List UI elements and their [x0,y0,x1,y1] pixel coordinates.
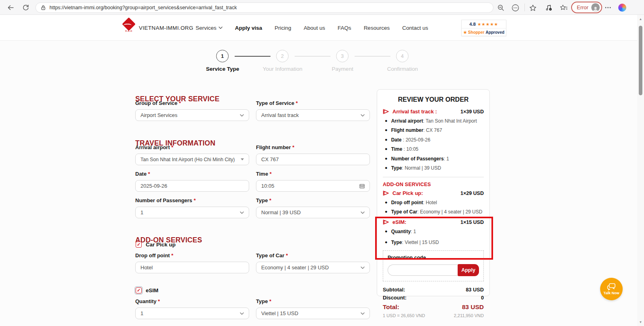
esim-type-select[interactable]: Viettel | 15 USD [256,308,370,319]
group-of-service-select[interactable]: Airport Services [135,109,249,121]
date-input[interactable] [135,180,249,192]
refresh-icon[interactable] [21,3,31,12]
favorites-star-icon[interactable] [528,3,538,12]
rating-badge[interactable]: 4.8 ★★★★★ ★ ShopperApproved [461,20,506,36]
apply-button[interactable]: Apply [458,264,479,276]
nav-item-services[interactable]: Services [196,25,223,31]
esim-checkbox-label: eSIM [146,287,159,293]
flag-icon [383,191,389,196]
more-circle-icon[interactable] [510,3,520,12]
service-type-label: Type * [256,197,370,203]
scroll-thumb[interactable] [639,26,642,95]
media-icon[interactable] [544,3,553,12]
avatar [591,3,600,12]
step-2-circle[interactable]: 2 [276,50,289,62]
copilot-icon[interactable] [617,3,627,12]
total-row: Total:83 USD [383,303,484,311]
step-3-label: Payment [312,66,373,72]
chevron-down-icon [361,312,365,315]
chevron-down-icon [361,267,365,269]
flight-number-label: Flight number * [256,144,370,150]
profile-error-label: Error [577,4,588,10]
talk-now-button[interactable]: Talk Now [600,278,623,300]
time-input[interactable]: 10:05 [256,180,370,192]
lock-icon [41,5,46,10]
zoom-out-icon[interactable] [496,3,506,12]
scrollbar[interactable]: ▲ ▼ [637,15,644,326]
type-of-car-select[interactable]: Economy | 4 seater | 29 USD [256,262,370,273]
time-picker-icon [359,184,365,189]
chevron-down-icon [240,211,244,214]
nav-item-resources[interactable]: Resources [364,25,390,31]
back-icon[interactable] [6,3,15,12]
step-4-circle[interactable]: 4 [396,50,409,62]
address-bar[interactable]: https://vietnam-immi.org/booking?group=a… [35,2,493,13]
arrival-airport-select[interactable]: Tan Son Nhat Int Airport (Ho Chi Minh Ci… [135,154,249,165]
favorites-hub-icon[interactable] [559,3,568,12]
review-title: REVIEW YOUR ORDER [383,96,484,103]
order-totals: Subtotal:83 USD Discount:0 Total:83 USD … [383,287,484,318]
quantity-label: Quantity * [135,298,249,304]
discount-row: Discount:0 [383,295,484,301]
group-of-service-label: Group of Service * [135,100,249,106]
nav-item-faqs[interactable]: FAQs [338,25,351,31]
chevron-down-icon [219,27,223,29]
service-type-select[interactable]: Normal | 39 USD [256,207,370,218]
esim-checkbox[interactable]: ✓ eSIM [136,287,159,293]
passengers-select[interactable]: 1 [135,207,249,218]
nav-item-contact-us[interactable]: Contact us [402,25,428,31]
exchange-rate-row: 1 USD = 26,650 VND2,211,950 VND [383,313,484,318]
arrival-airport-label: Arrival airport * [135,144,249,150]
flag-icon [383,109,389,114]
order-detail: ●Type of Car: Economy | 4 seater | 29 US… [385,209,484,215]
step-connector [355,56,390,57]
flight-number-input[interactable] [256,154,370,165]
divider [383,177,484,177]
order-detail: ●Arrival airport: Tan Son Nhat Int Airpo… [385,118,484,124]
nav-item-apply-visa[interactable]: Apply visa [235,25,262,31]
brand-logo[interactable]: V.A.C [122,18,136,32]
addon-services-header: ADD-ON SERVICES [383,182,484,187]
chevron-down-icon [361,211,365,214]
quantity-select[interactable]: 1 [135,308,249,319]
type-of-service-select[interactable]: Arrival fast track [256,109,370,121]
nav-item-about-us[interactable]: About us [304,25,325,31]
order-item-fast-track: Arrival fast track : 1×39 USD [383,109,484,115]
overflow-menu-icon[interactable] [603,3,613,12]
subtotal-row: Subtotal:83 USD [383,287,484,293]
drop-off-label: Drop off point * [135,252,249,258]
step-1-circle[interactable]: 1 [216,50,229,62]
step-1-label: Service Type [192,66,253,72]
car-pickup-checkbox-label: Car Pick up [146,242,175,248]
logo-diamond-icon [122,17,136,31]
drop-off-input[interactable] [135,262,249,273]
nav-item-pricing[interactable]: Pricing [275,25,291,31]
step-2-label: Your Information [252,66,313,72]
order-item-car-pickup: Car Pick up: 1×29 USD [383,190,484,196]
brand-name[interactable]: VIETNAM-IMMI.ORG [139,15,193,41]
promo-code-input[interactable] [388,264,458,276]
shopper-approved-logo: ★ ShopperApproved [462,29,506,36]
rating-score: 4.8 [469,22,476,27]
scroll-down-icon[interactable]: ▼ [637,319,644,325]
car-pickup-checkbox[interactable]: ✓ Car Pick up [136,242,175,248]
caret-down-icon [241,158,244,160]
checkbox-checked-icon: ✓ [136,287,142,293]
browser-chrome: https://vietnam-immi.org/booking?group=a… [0,0,644,15]
step-3-circle[interactable]: 3 [336,50,349,62]
order-detail: ●Flight number: CX 767 [385,127,484,133]
chevron-down-icon [361,114,365,117]
main-nav: Services Apply visa Pricing About us FAQ… [196,15,428,41]
chevron-down-icon [240,114,244,117]
order-item-price: 1×39 USD [460,109,484,115]
date-label: Date * [135,171,249,177]
passengers-label: Number of Passengers * [135,197,249,203]
profile-error-badge[interactable]: Error [571,2,602,13]
type-of-service-label: Type of Service * [256,100,370,106]
order-detail: ●Time : 10:05 [385,146,484,152]
promo-label: Promotion code [388,255,479,260]
order-detail: ●Number of Passengers: 1 [385,156,484,162]
flag-icon [383,219,389,225]
step-connector [295,56,330,57]
scroll-up-icon[interactable]: ▲ [637,16,644,22]
